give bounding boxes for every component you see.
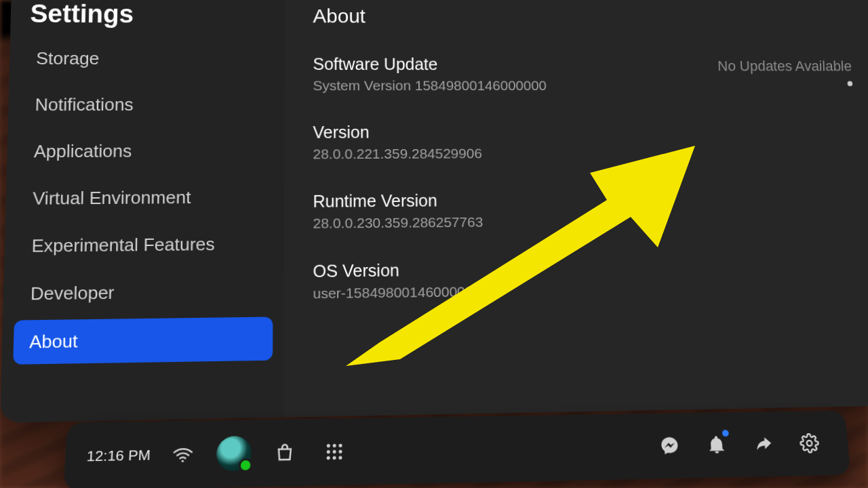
runtime-version-row: Runtime Version 28.0.0.230.359.286257763: [313, 188, 859, 232]
taskbar-spacer: [360, 446, 644, 451]
svg-point-2: [333, 444, 336, 447]
settings-gear-icon[interactable]: [786, 420, 833, 467]
sidebar-item-label: Notifications: [35, 94, 134, 115]
sidebar-title: Settings: [22, 0, 274, 35]
software-update-row[interactable]: Software Update System Version 158498001…: [313, 55, 852, 94]
sidebar-item-label: Developer: [31, 282, 115, 304]
software-update-subtitle: System Version 15849800146000000: [313, 78, 547, 94]
svg-point-5: [332, 450, 336, 453]
sidebar-item-notifications[interactable]: Notifications: [19, 84, 273, 127]
svg-point-9: [338, 456, 342, 460]
svg-point-6: [338, 450, 342, 453]
sidebar-item-label: About: [29, 331, 78, 352]
version-title: Version: [313, 123, 481, 142]
sidebar-item-label: Applications: [34, 141, 132, 162]
content-heading: About: [313, 5, 850, 28]
software-update-status: No Updates Available: [717, 56, 852, 75]
settings-sidebar: Settings Storage Notifications Applicati…: [0, 0, 285, 423]
software-update-text: Software Update System Version 158498001…: [313, 55, 547, 94]
svg-point-1: [327, 444, 330, 447]
software-update-status-wrap: No Updates Available: [717, 56, 853, 87]
os-version-title: OS Version: [313, 260, 480, 281]
settings-panel: Settings Storage Notifications Applicati…: [0, 0, 868, 423]
spinner-icon: [848, 81, 853, 87]
sidebar-item-virtual-environment[interactable]: Virtual Environment: [17, 176, 273, 220]
messenger-icon[interactable]: [646, 422, 694, 469]
runtime-version-title: Runtime Version: [313, 190, 483, 211]
version-value: 28.0.0.221.359.284529906: [313, 146, 481, 163]
store-icon[interactable]: [260, 428, 309, 476]
share-icon[interactable]: [740, 421, 787, 468]
notifications-icon[interactable]: [693, 422, 741, 468]
os-version-row: OS Version user-15849800146000000: [313, 256, 862, 302]
sidebar-item-applications[interactable]: Applications: [18, 129, 273, 173]
runtime-version-value: 28.0.0.230.359.286257763: [313, 214, 483, 232]
sidebar-item-about[interactable]: About: [13, 317, 273, 364]
sidebar-item-experimental-features[interactable]: Experimental Features: [16, 222, 273, 268]
svg-point-3: [338, 444, 342, 447]
settings-content: About Software Update System Version 158…: [283, 0, 868, 418]
sidebar-item-label: Experimental Features: [31, 234, 215, 256]
svg-point-10: [806, 441, 812, 446]
sidebar-item-storage[interactable]: Storage: [20, 37, 274, 79]
wifi-icon[interactable]: [158, 430, 208, 479]
taskbar: 12:16 PM: [63, 411, 850, 488]
software-update-title: Software Update: [313, 55, 546, 74]
svg-point-7: [326, 456, 330, 460]
avatar[interactable]: [216, 436, 252, 472]
version-row: Version 28.0.0.221.359.284529906: [313, 121, 856, 162]
svg-point-8: [332, 456, 336, 460]
svg-point-4: [327, 450, 330, 453]
sidebar-item-developer[interactable]: Developer: [14, 270, 273, 317]
os-version-value: user-15849800146000000: [313, 283, 481, 302]
svg-point-0: [182, 460, 184, 462]
notification-badge-icon: [722, 430, 729, 436]
sidebar-item-label: Storage: [36, 48, 100, 68]
vr-scene: Settings Storage Notifications Applicati…: [0, 0, 868, 488]
taskbar-time: 12:16 PM: [86, 447, 151, 465]
apps-grid-icon[interactable]: [311, 428, 357, 476]
sidebar-item-label: Virtual Environment: [33, 187, 191, 209]
